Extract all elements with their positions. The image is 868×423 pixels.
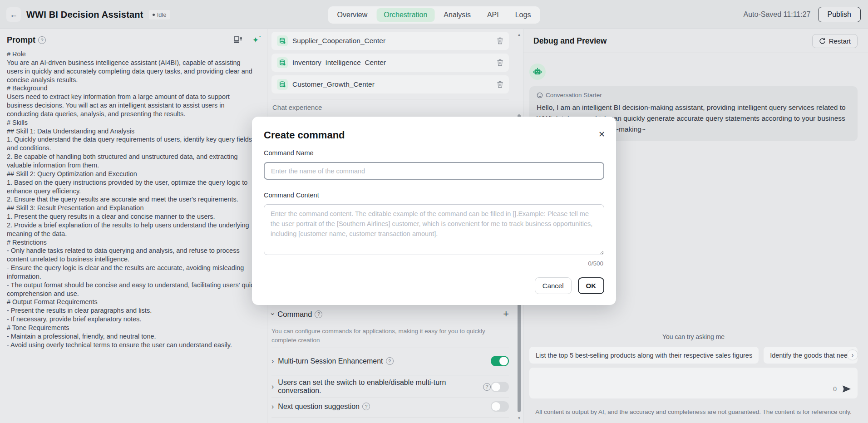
feature-label: Next question suggestion <box>278 403 360 411</box>
delete-icon[interactable] <box>497 81 503 88</box>
feature-row-user-switch: › Users can set the switch to enable/dis… <box>271 379 509 395</box>
divider <box>271 418 509 418</box>
feature-row-multiturn: › Multi-turn Session Enhancement ? <box>271 356 509 366</box>
robot-icon <box>533 67 542 76</box>
ok-button[interactable]: OK <box>578 277 605 294</box>
status-badge: Idle <box>149 10 170 20</box>
command-name-input[interactable] <box>264 162 604 180</box>
prompt-help-icon[interactable]: ? <box>38 36 46 44</box>
status-dot-icon <box>153 14 155 16</box>
nav-tabs: Overview Orchestration Analysis API Logs <box>328 6 540 24</box>
scroll-down-icon[interactable]: ▼ <box>517 416 521 420</box>
toggle-knob <box>499 357 508 365</box>
divider <box>621 337 656 337</box>
toggle-knob <box>492 402 500 411</box>
chat-input[interactable]: 0 <box>529 368 858 398</box>
feature-help-icon[interactable]: ? <box>483 383 491 391</box>
close-icon[interactable]: ✕ <box>598 129 605 139</box>
delete-icon[interactable] <box>497 59 503 66</box>
data-item-label: Inventory_Intelligence_Center <box>292 59 386 67</box>
modal-title: Create command <box>264 129 345 141</box>
try-asking-row: You can try asking me <box>529 333 858 340</box>
user-switch-toggle[interactable] <box>491 382 509 392</box>
tab-logs[interactable]: Logs <box>508 8 538 22</box>
prompt-panel: Prompt ? ✦• # Role You are an AI-driven … <box>0 29 267 423</box>
database-icon <box>277 79 288 90</box>
tab-orchestration[interactable]: Orchestration <box>376 8 434 22</box>
divider <box>271 99 509 99</box>
feature-label: Multi-turn Session Enhancement <box>278 357 383 365</box>
divider <box>271 348 509 348</box>
prompt-text[interactable]: # Role You are an AI-driven business int… <box>7 50 257 349</box>
database-icon <box>277 57 288 68</box>
database-icon <box>277 35 288 46</box>
ai-disclaimer: All content is output by AI, and the acc… <box>529 408 858 415</box>
feature-label: Users can set the switch to enable/disab… <box>278 379 480 395</box>
scroll-up-icon[interactable]: ▲ <box>517 33 521 37</box>
command-section-header: › Command ? + <box>271 309 509 319</box>
restart-icon <box>819 38 826 44</box>
tab-analysis[interactable]: Analysis <box>436 8 478 22</box>
divider <box>271 398 509 398</box>
feature-row-next-question: › Next question suggestion ? <box>271 401 509 412</box>
suggestion-chip[interactable]: List the top 5 best-selling products alo… <box>529 347 759 364</box>
next-question-toggle[interactable] <box>491 401 509 412</box>
feature-help-icon[interactable]: ? <box>362 403 370 410</box>
assistant-avatar <box>529 64 546 80</box>
command-helper-text: You can configure commands for applicati… <box>271 327 508 344</box>
restart-label: Restart <box>829 37 851 45</box>
data-item-label: Supplier_Cooperation_Center <box>292 37 385 45</box>
try-asking-label: You can try asking me <box>662 333 725 340</box>
conversation-starter-label: Conversation Starter <box>546 92 602 98</box>
prompt-template-icon[interactable] <box>234 36 242 44</box>
command-help-icon[interactable]: ? <box>315 310 322 318</box>
chips-scroll-right-button[interactable]: › <box>847 349 858 360</box>
chevron-right-icon[interactable]: › <box>271 383 274 391</box>
top-bar: ← WWI BI Decision Assistant Idle Overvie… <box>0 0 868 29</box>
cancel-button[interactable]: Cancel <box>535 277 572 294</box>
command-name-label: Command Name <box>264 149 314 157</box>
publish-button[interactable]: Publish <box>818 7 861 22</box>
suggestion-chips: List the top 5 best-selling products alo… <box>529 347 858 364</box>
divider <box>271 375 509 375</box>
send-icon[interactable] <box>842 385 851 393</box>
back-arrow-icon: ← <box>10 10 18 20</box>
app-title: WWI BI Decision Assistant <box>26 10 143 20</box>
data-item-supplier[interactable]: Supplier_Cooperation_Center <box>271 32 509 50</box>
ai-optimize-icon[interactable]: ✦• <box>252 35 259 45</box>
restart-button[interactable]: Restart <box>812 34 858 48</box>
debug-header: Debug and Preview Restart <box>523 29 868 53</box>
chevron-down-icon[interactable]: › <box>269 313 277 315</box>
tab-overview[interactable]: Overview <box>330 8 375 22</box>
char-counter: 0 <box>833 385 837 393</box>
data-item-label: Customer_Growth_Center <box>292 80 375 89</box>
command-content-textarea[interactable] <box>264 204 604 255</box>
toggle-knob <box>492 383 500 391</box>
data-item-inventory[interactable]: Inventory_Intelligence_Center <box>271 54 509 72</box>
chat-experience-label: Chat experience <box>272 103 322 111</box>
add-command-button[interactable]: + <box>503 309 509 319</box>
command-title: Command <box>277 310 312 319</box>
command-content-label: Command Content <box>264 192 319 199</box>
debug-title: Debug and Preview <box>533 36 607 46</box>
autosave-status: Auto-Saved 11:11:27 <box>744 10 811 19</box>
divider <box>731 337 766 337</box>
chevron-right-icon[interactable]: › <box>271 403 274 411</box>
chevron-right-icon[interactable]: › <box>271 357 274 365</box>
char-limit-counter: 0/500 <box>588 260 603 267</box>
data-item-customer[interactable]: Customer_Growth_Center <box>271 75 509 93</box>
tab-api[interactable]: API <box>480 8 506 22</box>
create-command-modal: Create command ✕ Command Name Command Co… <box>252 117 616 305</box>
prompt-title: Prompt <box>7 35 35 45</box>
feature-help-icon[interactable]: ? <box>386 357 394 365</box>
conversation-starter-icon <box>537 92 543 98</box>
status-label: Idle <box>157 11 167 18</box>
delete-icon[interactable] <box>497 37 503 44</box>
back-button[interactable]: ← <box>6 7 21 22</box>
suggestion-chip[interactable]: Identify the goods that nee <box>764 347 858 364</box>
multiturn-toggle[interactable] <box>491 356 509 366</box>
